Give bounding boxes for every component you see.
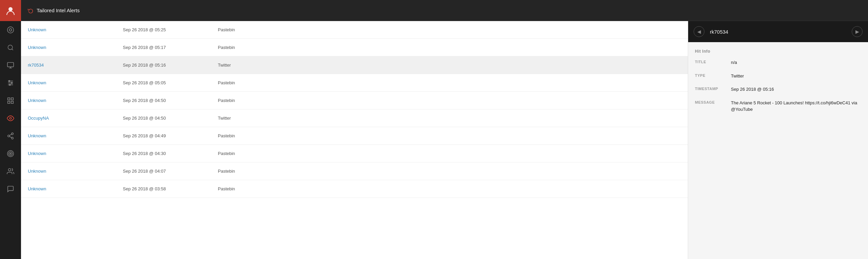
detail-field-label: MESSAGE	[695, 100, 725, 113]
svg-point-24	[8, 169, 11, 171]
svg-point-22	[8, 152, 12, 156]
row-name: Unknown	[28, 133, 123, 138]
row-timestamp: Sep 26 2018 @ 04:07	[123, 169, 218, 174]
detail-section-title: Hit Info	[695, 49, 861, 54]
table-row[interactable]: UnknownSep 26 2018 @ 04:30Pastebin	[21, 145, 688, 162]
detail-field: TYPETwitter	[695, 73, 861, 80]
refresh-icon	[28, 8, 33, 13]
svg-point-17	[7, 135, 10, 137]
svg-point-1	[7, 27, 13, 33]
table-row[interactable]: UnknownSep 26 2018 @ 05:05Pastebin	[21, 74, 688, 92]
detail-body: Hit Info TITLEn/aTYPETwitterTIMESTAMPSep…	[688, 42, 868, 259]
row-timestamp: Sep 26 2018 @ 05:16	[123, 63, 218, 68]
row-source: Pastebin	[218, 186, 681, 191]
sidebar-item-alerts[interactable]	[0, 21, 21, 39]
row-timestamp: Sep 26 2018 @ 04:50	[123, 98, 218, 103]
sidebar-item-dashboard[interactable]	[0, 92, 21, 109]
table-row[interactable]: UnknownSep 26 2018 @ 04:49Pastebin	[21, 127, 688, 145]
next-button[interactable]: ▶	[852, 26, 863, 37]
row-name: Unknown	[28, 45, 123, 50]
detail-field-value: Sep 26 2018 @ 05:16	[731, 86, 774, 93]
row-source: Pastebin	[218, 151, 681, 156]
prev-button[interactable]: ◀	[694, 26, 704, 37]
row-timestamp: Sep 26 2018 @ 04:50	[123, 116, 218, 121]
svg-point-18	[11, 137, 13, 139]
sidebar-item-groups[interactable]	[0, 162, 21, 180]
row-source: Pastebin	[218, 98, 681, 103]
svg-line-20	[9, 134, 11, 136]
svg-point-15	[10, 117, 12, 119]
sidebar-item-intel[interactable]	[0, 145, 21, 162]
detail-field-value: The Ariane 5 Rocket - 100 Launches! http…	[731, 100, 861, 113]
row-name: Unknown	[28, 169, 123, 174]
page-title: Tailored Intel Alerts	[37, 7, 80, 13]
sidebar-item-filters[interactable]	[0, 74, 21, 92]
sidebar-item-network[interactable]	[0, 127, 21, 145]
detail-field: MESSAGEThe Ariane 5 Rocket - 100 Launche…	[695, 100, 861, 113]
sidebar-item-monitor[interactable]	[0, 56, 21, 74]
svg-point-10	[9, 84, 11, 86]
row-timestamp: Sep 26 2018 @ 04:49	[123, 133, 218, 138]
svg-point-21	[7, 151, 13, 157]
detail-panel: ◀ rk70534 ▶ Hit Info TITLEn/aTYPETwitter…	[688, 21, 868, 259]
detail-header: ◀ rk70534 ▶	[688, 21, 868, 42]
row-source: Pastebin	[218, 133, 681, 138]
topbar: Tailored Intel Alerts	[21, 0, 868, 21]
sidebar	[0, 0, 21, 259]
detail-field: TITLEn/a	[695, 59, 861, 66]
sidebar-item-search[interactable]	[0, 39, 21, 56]
svg-point-23	[10, 153, 11, 154]
detail-field-value: n/a	[731, 59, 737, 66]
row-timestamp: Sep 26 2018 @ 05:25	[123, 27, 218, 32]
table-row[interactable]: UnknownSep 26 2018 @ 04:07Pastebin	[21, 162, 688, 180]
table-row[interactable]: UnknownSep 26 2018 @ 04:50Pastebin	[21, 92, 688, 109]
row-name: Unknown	[28, 186, 123, 191]
table-row[interactable]: UnknownSep 26 2018 @ 03:58Pastebin	[21, 180, 688, 198]
table-row[interactable]: OccupyNASep 26 2018 @ 04:50Twitter	[21, 109, 688, 127]
detail-field: TIMESTAMPSep 26 2018 @ 05:16	[695, 86, 861, 93]
row-timestamp: Sep 26 2018 @ 03:58	[123, 186, 218, 191]
svg-line-19	[9, 136, 11, 138]
sidebar-item-chat[interactable]	[0, 180, 21, 198]
svg-point-9	[11, 82, 12, 84]
row-source: Pastebin	[218, 45, 681, 50]
row-name: Unknown	[28, 27, 123, 32]
row-timestamp: Sep 26 2018 @ 05:17	[123, 45, 218, 50]
detail-field-value: Twitter	[731, 73, 744, 80]
row-source: Twitter	[218, 116, 681, 121]
row-name: Unknown	[28, 80, 123, 85]
svg-rect-4	[7, 63, 13, 67]
row-source: Pastebin	[218, 27, 681, 32]
row-name: OccupyNA	[28, 116, 123, 121]
table-row[interactable]: UnknownSep 26 2018 @ 05:17Pastebin	[21, 39, 688, 56]
detail-field-label: TITLE	[695, 59, 725, 66]
svg-rect-11	[7, 98, 10, 100]
detail-field-label: TYPE	[695, 73, 725, 80]
svg-point-2	[9, 29, 12, 31]
row-source: Twitter	[218, 63, 681, 68]
row-name: rk70534	[28, 63, 123, 68]
row-timestamp: Sep 26 2018 @ 04:30	[123, 151, 218, 156]
svg-point-8	[8, 81, 10, 82]
user-avatar[interactable]	[0, 0, 21, 21]
svg-point-3	[8, 45, 12, 50]
table-row[interactable]: UnknownSep 26 2018 @ 05:25Pastebin	[21, 21, 688, 39]
svg-rect-13	[7, 101, 10, 103]
row-name: Unknown	[28, 151, 123, 156]
sidebar-item-eyewatch[interactable]	[0, 109, 21, 127]
row-source: Pastebin	[218, 80, 681, 85]
row-timestamp: Sep 26 2018 @ 05:05	[123, 80, 218, 85]
detail-field-label: TIMESTAMP	[695, 86, 725, 93]
main-content: Tailored Intel Alerts UnknownSep 26 2018…	[21, 0, 868, 259]
row-source: Pastebin	[218, 169, 681, 174]
svg-rect-14	[11, 101, 13, 103]
svg-rect-12	[11, 98, 13, 100]
svg-point-16	[11, 133, 13, 135]
list-panel: UnknownSep 26 2018 @ 05:25PastebinUnknow…	[21, 21, 688, 259]
content-area: UnknownSep 26 2018 @ 05:25PastebinUnknow…	[21, 21, 868, 259]
svg-point-0	[8, 7, 13, 11]
detail-title: rk70534	[710, 29, 846, 35]
row-name: Unknown	[28, 98, 123, 103]
table-row[interactable]: rk70534Sep 26 2018 @ 05:16Twitter	[21, 56, 688, 74]
